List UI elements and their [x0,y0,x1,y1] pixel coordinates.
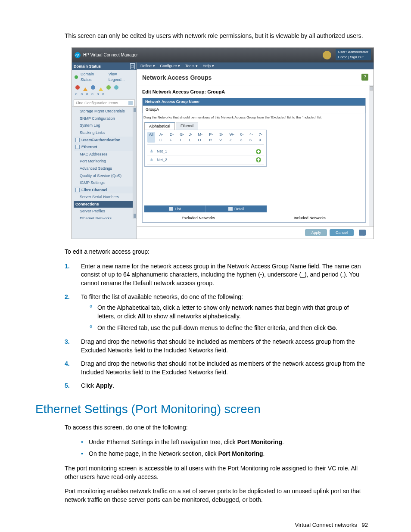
user-info-box: User : Administrator Home | Sign Out [336,49,371,60]
tab-alphabetical[interactable]: Alphabetical [144,122,175,130]
tree-item[interactable]: Storage Mgmt Credentials [74,108,135,115]
tree-item[interactable]: Fibre Channel [74,187,135,194]
user-links[interactable]: Home | Sign Out [338,55,368,59]
section-heading: Ethernet Settings (Port Monitoring) scre… [35,401,368,417]
chat-icon[interactable] [359,230,366,236]
alpha-filter[interactable]: S-V [219,132,225,143]
collapse-icon[interactable]: □ [130,63,135,70]
list-icon [169,207,173,211]
alpha-filter[interactable]: 4-6 [249,132,255,143]
page-footer: Virtual Connect networks 92 [65,521,368,529]
tree-item[interactable]: Port Monitoring [74,158,135,165]
hp-logo-icon [75,52,81,58]
access-bullets: Under Ethernet Settings in the left navi… [65,438,368,458]
vcm-screenshot: HP Virtual Connect Manager User : Admini… [72,47,374,240]
page-title: Network Access Groups [142,74,212,82]
help-icon[interactable]: ? [361,74,368,81]
severity-counts: 0 0 0 0 0 0 [72,92,137,98]
menu-configure[interactable]: Configure ▾ [160,63,181,69]
window-titlebar: HP Virtual Connect Manager User : Admini… [72,48,374,62]
domain-status-link[interactable]: Domain Status [81,72,106,82]
tree-item[interactable]: Stacking Links [74,129,135,137]
alpha-filter[interactable]: D-F [170,132,175,143]
content-scroll-up-icon[interactable] [370,86,373,90]
menu-help[interactable]: Help ▾ [203,63,214,69]
content-scrollbar[interactable] [369,85,374,226]
step-2b: On the Filtered tab, use the pull-down m… [90,324,368,333]
domain-status-header: Domain Status □ [72,62,137,71]
step-5: Click Apply. [65,382,368,390]
drag-instruction: Drag the Networks that should be members… [143,113,365,121]
tab-filtered[interactable]: Filtered [176,122,198,130]
alpha-filter[interactable]: 0-3 [240,132,245,143]
port-monitoring-para-1: The port monitoring screen is accessible… [65,464,368,481]
alpha-filter[interactable]: A-C [159,132,165,143]
find-input[interactable]: Find Configuration Items... [74,100,135,107]
add-network-icon[interactable] [256,157,261,162]
view-list-button[interactable]: List [144,205,206,213]
view-detail-button[interactable]: Detail [206,205,267,213]
tree-item[interactable]: MAC Addresses [74,151,135,158]
network-row[interactable]: ⋔Net_2 [147,156,264,165]
minor-icon [99,85,103,91]
detail-icon [228,207,233,211]
add-network-icon[interactable] [256,149,261,154]
tree-item[interactable]: Connections [74,201,135,208]
tree-item[interactable]: Advanced Settings [74,165,135,172]
edit-steps-list: Enter a new name for the network access … [65,262,368,390]
ok-icon [106,85,111,90]
apply-button[interactable]: Apply [305,229,327,236]
edit-instruction: To edit a network access group: [65,248,368,256]
alpha-filter-row[interactable]: AllA-CD-FG-IJ-LM-OP-RS-VW-Z0-34-67-9 [147,132,264,145]
navigation-tree[interactable]: Storage Mgmt CredentialsSNMP Configurati… [72,106,137,219]
tree-item[interactable]: IGMP Settings [74,179,135,187]
edit-section-title: Edit Network Access Group: GroupA [142,89,366,95]
tree-item[interactable]: SNMP Configuration [74,115,135,122]
critical-icon [75,85,80,90]
user-label: User : Administrator [338,50,368,54]
unknown-icon [114,85,118,90]
tree-item[interactable]: System Log [74,122,135,129]
ribbon-icon [321,49,333,61]
find-go-icon[interactable] [128,101,133,105]
access-intro: To access this screen, do one of the fol… [65,423,368,432]
main-menu[interactable]: Define ▾ Configure ▾ Tools ▾ Help ▾ [137,62,374,70]
tree-item[interactable]: Quality of Service (QoS) [74,172,135,180]
scroll-up-icon[interactable] [134,108,136,112]
network-list[interactable]: ⋔Net_1⋔Net_2 [147,147,264,164]
alpha-filter[interactable]: All [147,132,155,143]
left-panel: Domain Status □ Domain Status View Legen… [72,62,137,239]
excluded-networks-label: Excluded Networks [143,214,254,222]
info-icon [91,85,95,90]
right-panel: Define ▾ Configure ▾ Tools ▾ Help ▾ Netw… [137,62,374,239]
alpha-filter[interactable]: 7-9 [259,132,264,143]
network-row[interactable]: ⋔Net_1 [147,147,264,156]
group-name-input[interactable]: GroupA [143,106,365,114]
menu-define[interactable]: Define ▾ [140,63,155,69]
intro-paragraph: This screen can only be edited by users … [65,32,368,40]
severity-icons [72,84,137,92]
step-2: To filter the list of available networks… [65,293,368,333]
tree-item[interactable]: Users/Authentication [74,137,135,144]
alpha-filter[interactable]: W-Z [229,132,236,143]
tree-scrollbar[interactable] [133,107,137,219]
tree-item[interactable]: Server Profiles [74,208,135,215]
tree-item[interactable]: Ethernet Networks [74,215,135,219]
view-legend-link[interactable]: View Legend... [109,72,134,82]
alpha-filter[interactable]: P-R [209,132,215,143]
alpha-filter[interactable]: M-O [198,132,205,143]
name-field-header: Network Access Group Name [143,98,365,106]
access-bullet-2: On the home page, in the Network section… [81,450,368,458]
network-icon: ⋔ [150,157,153,163]
included-networks-label: Included Networks [254,214,366,222]
alpha-filter[interactable]: J-L [189,132,193,143]
step-3: Drag and drop the networks that should b… [65,338,368,355]
alpha-filter[interactable]: G-I [180,132,184,143]
scroll-down-icon[interactable] [134,214,136,218]
network-icon: ⋔ [150,149,153,154]
tree-item[interactable]: Server Serial Numbers [74,193,135,201]
tree-item[interactable]: Ethernet [74,143,135,151]
menu-tools[interactable]: Tools ▾ [185,63,198,69]
cancel-button[interactable]: Cancel [330,229,354,236]
app-title: HP Virtual Connect Manager [83,52,138,58]
